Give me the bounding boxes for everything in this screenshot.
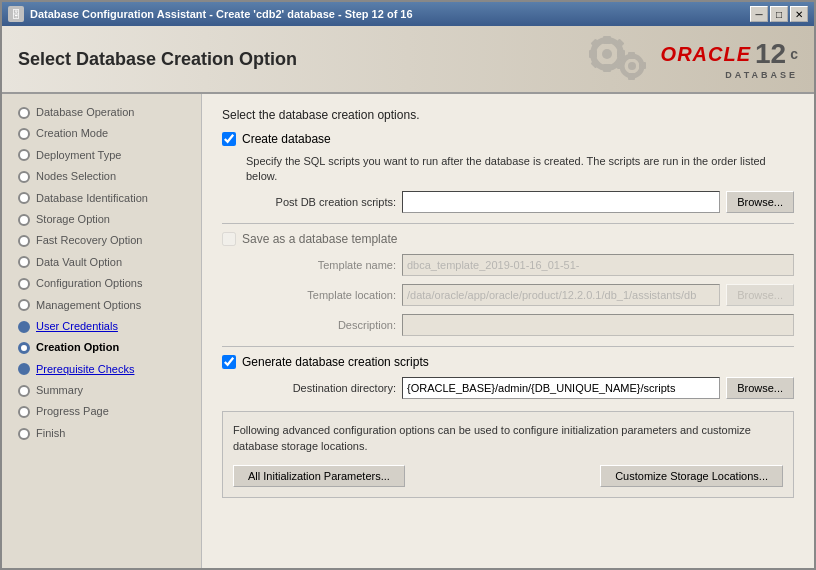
sidebar-dot-configuration-options [18, 278, 30, 290]
post-db-label: Post DB creation scripts: [246, 196, 396, 208]
save-template-checkbox[interactable] [222, 232, 236, 246]
window-controls: ─ □ ✕ [750, 6, 808, 22]
generate-scripts-label: Generate database creation scripts [242, 355, 429, 369]
sidebar-item-finish: Finish [2, 423, 201, 444]
sidebar-item-configuration-options: Configuration Options [2, 273, 201, 294]
sidebar-item-database-identification: Database Identification [2, 188, 201, 209]
app-icon: 🗄 [8, 6, 24, 22]
template-location-label: Template location: [246, 289, 396, 301]
svg-rect-13 [628, 73, 635, 80]
window-title: Database Configuration Assistant - Creat… [30, 8, 413, 20]
main-window: 🗄 Database Configuration Assistant - Cre… [0, 0, 816, 570]
post-db-scripts-row: Post DB creation scripts: Browse... [246, 191, 794, 213]
template-location-input[interactable] [402, 284, 720, 306]
oracle-version-c: c [790, 46, 798, 62]
main-content: Database Operation Creation Mode Deploym… [2, 94, 814, 568]
sidebar-item-data-vault-option: Data Vault Option [2, 252, 201, 273]
sidebar-dot-database-identification [18, 192, 30, 204]
create-database-row: Create database [222, 132, 794, 146]
description-input[interactable] [402, 314, 794, 336]
svg-rect-12 [628, 52, 635, 59]
sidebar-item-summary: Summary [2, 380, 201, 401]
generate-scripts-row: Generate database creation scripts [222, 355, 794, 369]
close-button[interactable]: ✕ [790, 6, 808, 22]
header: Select Database Creation Option [2, 26, 814, 94]
create-database-checkbox[interactable] [222, 132, 236, 146]
sidebar-dot-data-vault-option [18, 256, 30, 268]
description-row: Description: [246, 314, 794, 336]
sidebar-item-creation-mode: Creation Mode [2, 123, 201, 144]
sidebar-dot-prerequisite-checks [18, 363, 30, 375]
browse-button-2[interactable]: Browse... [726, 284, 794, 306]
sidebar-dot-nodes-selection [18, 171, 30, 183]
advanced-buttons: All Initialization Parameters... Customi… [233, 465, 783, 487]
destination-dir-row: Destination directory: Browse... [246, 377, 794, 399]
template-name-input[interactable] [402, 254, 794, 276]
sidebar-item-management-options: Management Options [2, 295, 201, 316]
advanced-text: Following advanced configuration options… [233, 422, 783, 455]
sidebar-dot-creation-option [18, 342, 30, 354]
minimize-button[interactable]: ─ [750, 6, 768, 22]
generate-scripts-section: Destination directory: Browse... [246, 377, 794, 399]
maximize-button[interactable]: □ [770, 6, 788, 22]
svg-rect-2 [603, 36, 611, 44]
browse-button-1[interactable]: Browse... [726, 191, 794, 213]
title-bar-left: 🗄 Database Configuration Assistant - Cre… [8, 6, 413, 22]
sidebar-item-progress-page: Progress Page [2, 401, 201, 422]
browse-button-3[interactable]: Browse... [726, 377, 794, 399]
title-bar: 🗄 Database Configuration Assistant - Cre… [2, 2, 814, 26]
save-template-row: Save as a database template [222, 232, 794, 246]
sidebar-item-deployment-type: Deployment Type [2, 145, 201, 166]
oracle-label: ORACLE [661, 43, 751, 66]
destination-dir-label: Destination directory: [246, 382, 396, 394]
all-init-params-button[interactable]: All Initialization Parameters... [233, 465, 405, 487]
sidebar-dot-creation-mode [18, 128, 30, 140]
template-name-row: Template name: [246, 254, 794, 276]
svg-rect-14 [617, 62, 624, 69]
sidebar-dot-fast-recovery-option [18, 235, 30, 247]
oracle-branding: ORACLE 12 c DATABASE [577, 32, 798, 87]
panel-intro-text: Select the database creation options. [222, 108, 794, 122]
sidebar-dot-finish [18, 428, 30, 440]
post-db-input[interactable] [402, 191, 720, 213]
sidebar-item-creation-option[interactable]: Creation Option [2, 337, 201, 358]
page-title: Select Database Creation Option [18, 49, 297, 70]
oracle-subtitle: DATABASE [725, 70, 798, 80]
create-database-label: Create database [242, 132, 331, 146]
gears-decoration [577, 32, 657, 87]
right-panel: Select the database creation options. Cr… [202, 94, 814, 568]
svg-rect-15 [639, 62, 646, 69]
sidebar-dot-storage-option [18, 214, 30, 226]
sidebar-dot-summary [18, 385, 30, 397]
advanced-section: Following advanced configuration options… [222, 411, 794, 498]
scripts-description: Specify the SQL scripts you want to run … [246, 154, 794, 185]
create-database-section: Specify the SQL scripts you want to run … [246, 154, 794, 213]
generate-scripts-checkbox[interactable] [222, 355, 236, 369]
save-template-section: Save as a database template Template nam… [222, 232, 794, 336]
sidebar-item-nodes-selection: Nodes Selection [2, 166, 201, 187]
svg-point-1 [602, 49, 612, 59]
sidebar-dot-deployment-type [18, 149, 30, 161]
section-divider-2 [222, 346, 794, 347]
destination-dir-input[interactable] [402, 377, 720, 399]
sidebar-dot-progress-page [18, 406, 30, 418]
template-location-row: Template location: Browse... [246, 284, 794, 306]
oracle-name-row: ORACLE 12 c [661, 38, 798, 70]
sidebar-dot-user-credentials [18, 321, 30, 333]
sidebar-item-storage-option: Storage Option [2, 209, 201, 230]
template-fields: Template name: Template location: Browse… [246, 254, 794, 336]
save-template-label: Save as a database template [242, 232, 397, 246]
svg-rect-4 [589, 50, 597, 58]
section-divider-1 [222, 223, 794, 224]
svg-rect-3 [603, 64, 611, 72]
customize-storage-button[interactable]: Customize Storage Locations... [600, 465, 783, 487]
template-name-label: Template name: [246, 259, 396, 271]
sidebar-item-prerequisite-checks[interactable]: Prerequisite Checks [2, 359, 201, 380]
oracle-logo: ORACLE 12 c DATABASE [661, 38, 798, 80]
description-label: Description: [246, 319, 396, 331]
sidebar-item-user-credentials[interactable]: User Credentials [2, 316, 201, 337]
sidebar-dot-management-options [18, 299, 30, 311]
sidebar: Database Operation Creation Mode Deploym… [2, 94, 202, 568]
svg-point-11 [628, 62, 636, 70]
sidebar-dot-database-operation [18, 107, 30, 119]
